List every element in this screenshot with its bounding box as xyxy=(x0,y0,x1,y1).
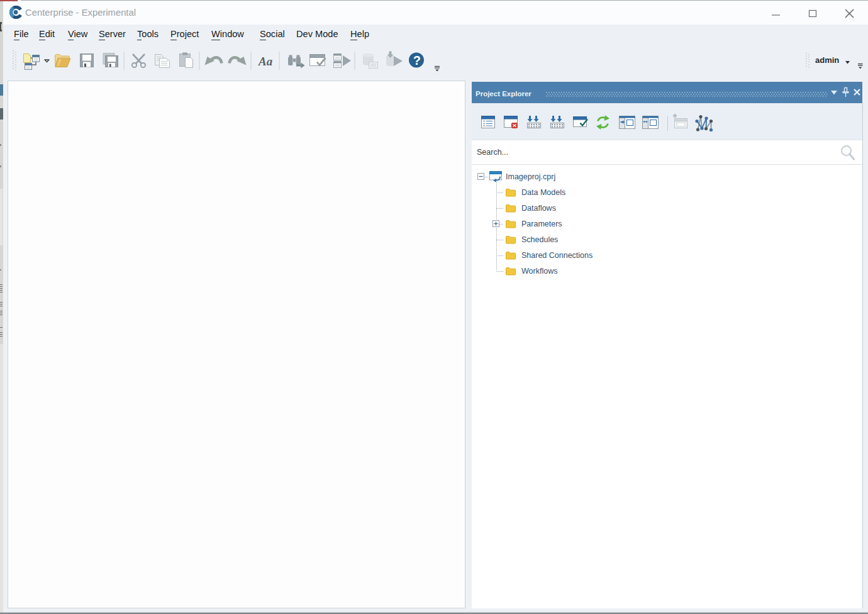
svg-text:?: ? xyxy=(413,53,421,67)
svg-text:Aa: Aa xyxy=(258,55,273,68)
